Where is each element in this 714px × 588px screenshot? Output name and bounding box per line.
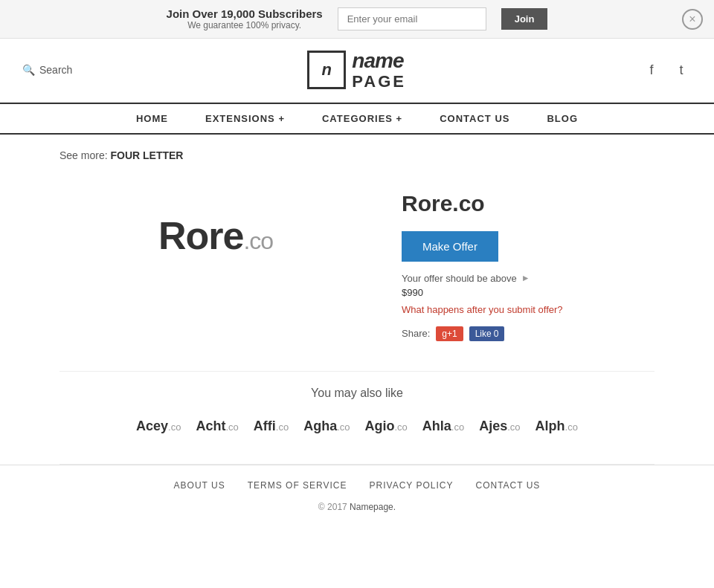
similar-domain-name: Alph <box>536 419 565 433</box>
copyright-brand-link[interactable]: Namepage. <box>350 502 396 512</box>
domain-logo-tld: .co <box>243 227 273 254</box>
similar-domain-name: Agio <box>364 419 394 433</box>
similar-domain-tld: .co <box>168 421 181 433</box>
footer-link[interactable]: PRIVACY POLICY <box>370 480 454 491</box>
domain-details: Rore.co Make Offer Your offer should be … <box>402 184 654 341</box>
fb-like-label: Like <box>475 329 492 339</box>
banner-subtitle: We guarantee 100% privacy. <box>167 20 323 30</box>
close-button[interactable]: × <box>682 9 703 30</box>
similar-domain-item[interactable]: Affi.co <box>254 419 289 434</box>
domain-name: Rore.co <box>402 191 654 216</box>
domain-logo-main: Rore <box>158 214 243 257</box>
footer-link[interactable]: CONTACT US <box>475 480 540 491</box>
footer-links: ABOUT USTERMS OF SERVICEPRIVACY POLICYCO… <box>15 480 699 491</box>
similar-domain-item[interactable]: Ahla.co <box>422 419 464 434</box>
site-footer: ABOUT USTERMS OF SERVICEPRIVACY POLICYCO… <box>0 465 714 527</box>
similar-domain-name: Acht <box>196 419 225 433</box>
offer-price: $990 <box>402 287 654 298</box>
nav-item-extensions[interactable]: EXTENSIONS + <box>205 113 285 124</box>
nav-item-categories[interactable]: CATEGORIES + <box>322 113 402 124</box>
similar-domain-name: Affi <box>254 419 276 433</box>
copyright: © 2017 Namepage. <box>15 502 699 512</box>
similar-domain-item[interactable]: Agio.co <box>364 419 407 434</box>
similar-domain-tld: .co <box>276 421 289 433</box>
fb-count: 0 <box>494 329 499 339</box>
main-content: Rore.co Rore.co Make Offer Your offer sh… <box>0 169 714 371</box>
logo-area: n name PAGE <box>72 50 641 91</box>
logo-page: PAGE <box>352 73 406 91</box>
similar-domain-name: Ahla <box>422 419 451 433</box>
nav-item-contact[interactable]: CONTACT US <box>440 113 509 124</box>
similar-domain-item[interactable]: Acey.co <box>136 419 181 434</box>
twitter-link[interactable]: t <box>671 59 692 80</box>
banner-title: Join Over 19,000 Subscribers <box>167 7 323 20</box>
social-icons: f t <box>641 59 692 80</box>
nav-item-home[interactable]: HOME <box>136 113 168 124</box>
similar-domain-item[interactable]: Agha.co <box>303 419 350 434</box>
breadcrumb-category: FOUR LETTER <box>110 149 183 161</box>
search-area[interactable]: 🔍 Search <box>22 64 72 76</box>
offer-info-text: Your offer should be above <box>402 273 517 284</box>
similar-domain-item[interactable]: Ajes.co <box>479 419 520 434</box>
similar-domain-tld: .co <box>451 421 464 433</box>
logo-name: name <box>352 50 406 73</box>
logo-link[interactable]: n name PAGE <box>307 50 406 91</box>
similar-domain-tld: .co <box>337 421 350 433</box>
make-offer-button[interactable]: Make Offer <box>402 231 498 262</box>
top-banner: Join Over 19,000 Subscribers We guarante… <box>0 0 714 39</box>
search-icon: 🔍 <box>22 64 35 76</box>
offer-arrow-icon: ► <box>521 273 530 283</box>
domain-logo: Rore.co <box>158 213 273 258</box>
similar-domain-name: Acey <box>136 419 168 433</box>
main-nav: HOME EXTENSIONS + CATEGORIES + CONTACT U… <box>0 103 714 135</box>
similar-domain-name: Ajes <box>479 419 507 433</box>
similar-domain-item[interactable]: Alph.co <box>536 419 578 434</box>
breadcrumb: See more: FOUR LETTER <box>0 135 714 169</box>
gplus-label: g+1 <box>442 329 457 339</box>
what-happens-link[interactable]: What happens after you submit offer? <box>402 304 654 315</box>
also-like-section: You may also like Acey.coAcht.coAffi.coA… <box>0 372 714 464</box>
join-button[interactable]: Join <box>501 8 548 30</box>
footer-link[interactable]: ABOUT US <box>174 480 225 491</box>
similar-domain-tld: .co <box>225 421 238 433</box>
offer-info: Your offer should be above ► <box>402 273 654 284</box>
share-label: Share: <box>402 328 430 339</box>
breadcrumb-prefix: See more: <box>60 149 108 161</box>
domain-logo-area: Rore.co <box>60 184 372 288</box>
similar-domains-row: Acey.coAcht.coAffi.coAgha.coAgio.coAhla.… <box>60 419 654 434</box>
logo-icon: n <box>307 51 346 89</box>
facebook-icon: f <box>649 62 653 78</box>
copyright-year: © 2017 <box>318 502 347 512</box>
similar-domain-tld: .co <box>394 421 407 433</box>
also-like-title: You may also like <box>60 387 654 400</box>
nav-item-blog[interactable]: BLOG <box>547 113 578 124</box>
logo-text: name PAGE <box>352 50 406 91</box>
email-input[interactable] <box>338 7 486 30</box>
similar-domain-tld: .co <box>507 421 520 433</box>
share-area: Share: g+1 Like 0 <box>402 326 654 341</box>
twitter-icon: t <box>679 62 683 78</box>
site-header: 🔍 Search n name PAGE f t <box>0 39 714 103</box>
footer-link[interactable]: TERMS OF SERVICE <box>248 480 347 491</box>
similar-domain-item[interactable]: Acht.co <box>196 419 238 434</box>
facebook-like-button[interactable]: Like 0 <box>469 326 505 341</box>
similar-domain-tld: .co <box>565 421 578 433</box>
similar-domain-name: Agha <box>303 419 337 433</box>
gplus-button[interactable]: g+1 <box>436 326 463 341</box>
facebook-link[interactable]: f <box>641 59 662 80</box>
search-label: Search <box>39 64 72 76</box>
banner-text: Join Over 19,000 Subscribers We guarante… <box>167 7 323 30</box>
